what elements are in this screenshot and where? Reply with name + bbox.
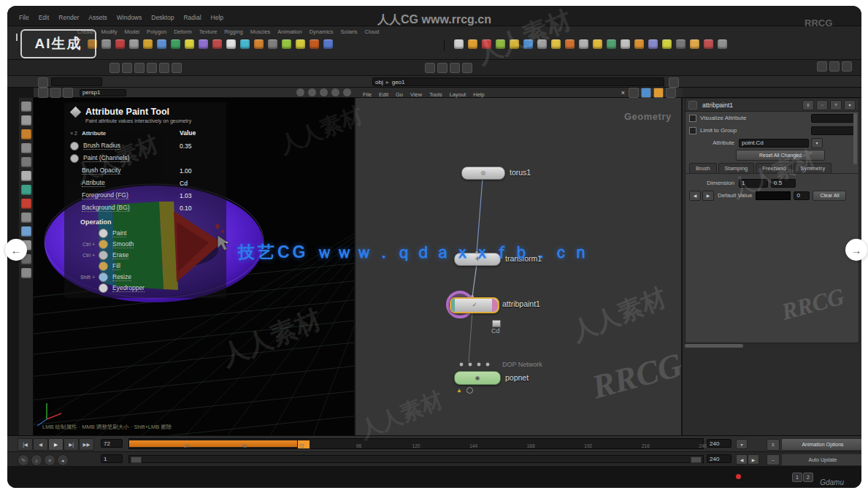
shelf-tool-icon[interactable] [115,39,125,49]
network-menu-item[interactable]: Help [473,91,484,98]
checkbox[interactable] [689,127,696,134]
shelf-tab[interactable]: Cloud [365,28,380,35]
shelf-tool-icon[interactable] [171,39,180,49]
tool-icon[interactable] [134,63,145,73]
status-chip[interactable]: 1 [792,473,802,482]
range-slider[interactable] [128,455,704,463]
shelf-tool-icon[interactable] [704,39,713,49]
param-value[interactable]: 0.10 [180,205,220,212]
jump-start-button[interactable]: |◀ [18,438,33,451]
timeline-track[interactable]: 24487296120144168192216240 [128,438,704,449]
param-label[interactable]: Background (BG) [82,204,130,212]
side-tool-icon[interactable] [21,226,31,237]
param-hscrollbar-thumb[interactable] [685,344,743,348]
minimize-icon[interactable]: − [767,454,780,465]
menu-item[interactable]: Render [58,14,79,21]
breadcrumb-obj[interactable]: obj [375,79,383,85]
shelf-tool-icon[interactable] [579,39,588,49]
shelf-tool-icon[interactable] [496,39,505,49]
stepper-icon[interactable]: ▾ [811,138,823,148]
network-menu-item[interactable]: Edit [379,91,388,98]
network-menu-item[interactable]: Layout [450,91,466,98]
camera-lock-icon[interactable] [343,88,351,96]
pane-icon[interactable] [842,61,852,72]
tool-icon[interactable] [122,63,132,73]
side-tool-icon[interactable] [21,115,31,126]
param-hscrollbar-track[interactable] [685,343,859,348]
shelf-tool-icon[interactable] [523,39,533,49]
side-tool-icon[interactable] [21,157,31,167]
side-tool-icon[interactable] [21,171,31,181]
close-icon[interactable]: × [621,89,625,96]
shelf-tab[interactable]: Solaris [341,28,358,35]
menu-item[interactable]: Edit [39,14,50,21]
pane-icon[interactable] [829,61,840,72]
next-video-button[interactable]: → [845,239,867,261]
handles-tool-icon[interactable] [63,88,73,98]
param-label[interactable]: Brush Opacity [82,167,120,175]
move-tool-icon[interactable] [50,88,61,98]
menu-item[interactable]: Radial [183,14,201,21]
side-tool-icon[interactable] [21,268,31,278]
shelf-tab[interactable]: Rigging [224,28,242,35]
reset-all-button[interactable]: Reset All Changed [736,150,825,161]
shelf-tool-icon[interactable] [101,39,111,49]
shelf-tool-icon[interactable] [621,39,630,49]
shelf-tool-icon[interactable] [468,39,477,49]
tool-label[interactable]: Smooth [112,240,134,248]
end-frame-box[interactable]: 240 [707,439,731,448]
snap-icon[interactable] [320,88,328,96]
step-back-button[interactable]: ◀ [33,438,48,451]
shelf-tab[interactable]: Model [125,28,139,35]
param-scrollbar[interactable] [853,113,857,164]
shelf-tool-icon[interactable] [310,39,319,49]
help-icon[interactable]: ? [830,100,842,110]
menu-item[interactable]: File [19,14,29,21]
dimension-field[interactable]: 1 [739,179,768,188]
shelf-tool-icon[interactable] [537,39,547,49]
shelf-tool-icon[interactable] [565,39,575,49]
node-input-flag[interactable] [451,299,455,312]
wireframe-icon[interactable] [308,88,316,96]
side-tool-icon[interactable] [21,185,31,195]
network-menu-item[interactable]: Go [396,91,403,98]
network-breadcrumb[interactable]: obj ▸ geo1 [372,77,664,86]
breadcrumb-geo[interactable]: geo1 [392,79,405,85]
dimension-extra-field[interactable]: 0.5 [771,179,796,188]
shelf-tool-icon[interactable] [551,39,561,49]
shelf-tool-icon[interactable] [676,39,685,49]
camera-dropdown[interactable]: persp1 [80,89,126,96]
node-popnet[interactable]: ◉ [454,371,501,385]
audio-icon[interactable]: ♪ [31,454,42,466]
shelf-tool-icon[interactable] [593,39,602,49]
shelf-tool-icon[interactable] [648,39,658,49]
menu-item[interactable]: Help [211,14,223,21]
clear-all-button[interactable]: Clear All [813,191,846,201]
shelf-tool-icon[interactable] [143,39,153,49]
shelf-tool-icon[interactable] [634,39,644,49]
tool-label[interactable]: Eyedropper [112,284,145,292]
param-node-name[interactable]: attribpaint1 [702,102,733,109]
shelf-tool-icon[interactable] [185,39,194,49]
shelf-tool-icon[interactable] [212,39,222,49]
tool-label[interactable]: Erase [112,251,128,259]
status-chip[interactable]: 2 [803,473,813,482]
param-value[interactable]: Cd [180,180,220,187]
tool-icon[interactable] [172,63,182,73]
menu-item[interactable]: Assets [88,14,107,21]
shelf-tab[interactable]: Modify [101,28,118,35]
shelf-tab[interactable]: Deform [174,28,192,35]
layout-icon[interactable] [629,88,639,98]
current-frame-field[interactable]: 72 [101,439,123,448]
shelf-tool-icon[interactable] [157,39,166,49]
shelf-tool-icon[interactable] [254,39,264,49]
pane-icon[interactable] [817,61,827,72]
shelf-tool-icon[interactable] [510,39,519,49]
shelf-tool-icon[interactable] [690,39,699,49]
shelf-tool-icon[interactable] [482,39,491,49]
node-attribpaint1[interactable]: ✓ [450,297,499,313]
shelf-tab[interactable]: Dynamics [310,28,334,35]
range-menu-icon[interactable]: ▾ [736,439,748,449]
side-tool-icon[interactable] [21,102,31,112]
menu-item[interactable]: Windows [117,14,142,21]
